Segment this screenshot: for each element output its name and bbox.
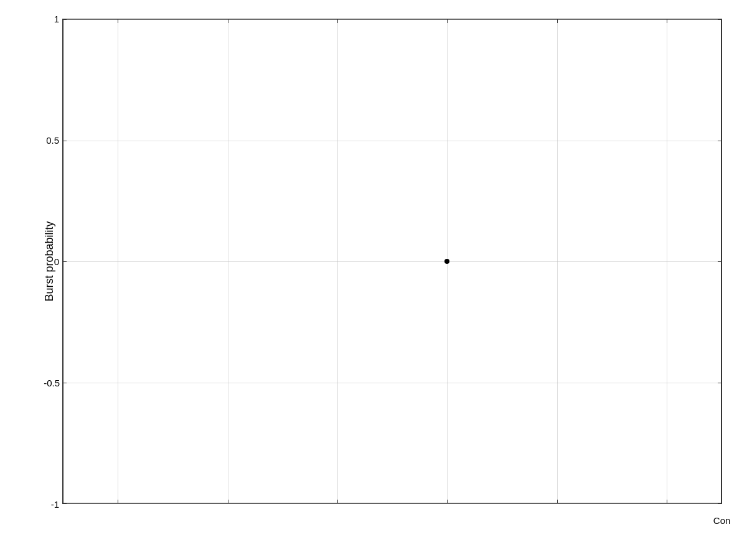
y-tick-05 bbox=[63, 141, 67, 141]
y-tick--1 bbox=[63, 503, 67, 504]
chart-area bbox=[62, 19, 722, 504]
y-gridline--05 bbox=[63, 383, 721, 383]
chart-container: Burst probability bbox=[0, 0, 747, 560]
y-label--1: -1 bbox=[34, 499, 59, 510]
y-tick-right-0 bbox=[718, 261, 721, 262]
x-tick-5 bbox=[557, 500, 558, 503]
y-tick-right-05 bbox=[718, 141, 721, 141]
x-label-con-1: Con bbox=[713, 515, 731, 526]
x-tick-top-6 bbox=[667, 19, 667, 23]
x-tick-top-2 bbox=[228, 19, 228, 23]
y-gridline--1 bbox=[63, 503, 721, 504]
y-tick-right--05 bbox=[718, 383, 721, 383]
data-point-dual-0 bbox=[444, 259, 449, 264]
x-tick-top-3 bbox=[337, 19, 338, 23]
x-tick-1 bbox=[118, 500, 118, 503]
y-label-1: 1 bbox=[37, 14, 59, 24]
x-gridline-2 bbox=[228, 19, 228, 503]
x-tick-2 bbox=[228, 500, 228, 503]
y-tick--05 bbox=[63, 383, 67, 383]
y-tick-right--1 bbox=[718, 503, 721, 504]
y-tick-right-1 bbox=[718, 19, 721, 20]
x-gridline-5 bbox=[557, 19, 558, 503]
x-tick-top-4 bbox=[447, 19, 448, 23]
y-gridline-0 bbox=[63, 261, 721, 262]
x-gridline-3 bbox=[337, 19, 338, 503]
x-gridline-6 bbox=[667, 19, 667, 503]
y-tick-1 bbox=[63, 19, 67, 20]
y-label-05: 0.5 bbox=[34, 135, 59, 146]
x-gridline-1 bbox=[118, 19, 118, 503]
y-gridline-05 bbox=[63, 141, 721, 141]
x-tick-4 bbox=[447, 500, 448, 503]
y-label-0: 0 bbox=[37, 256, 59, 267]
y-tick-0 bbox=[63, 261, 67, 262]
y-label--05: -0.5 bbox=[30, 378, 60, 388]
x-tick-top-1 bbox=[118, 19, 118, 23]
x-tick-6 bbox=[667, 500, 667, 503]
y-gridline-1 bbox=[63, 19, 721, 20]
x-tick-3 bbox=[337, 500, 338, 503]
x-tick-top-5 bbox=[557, 19, 558, 23]
